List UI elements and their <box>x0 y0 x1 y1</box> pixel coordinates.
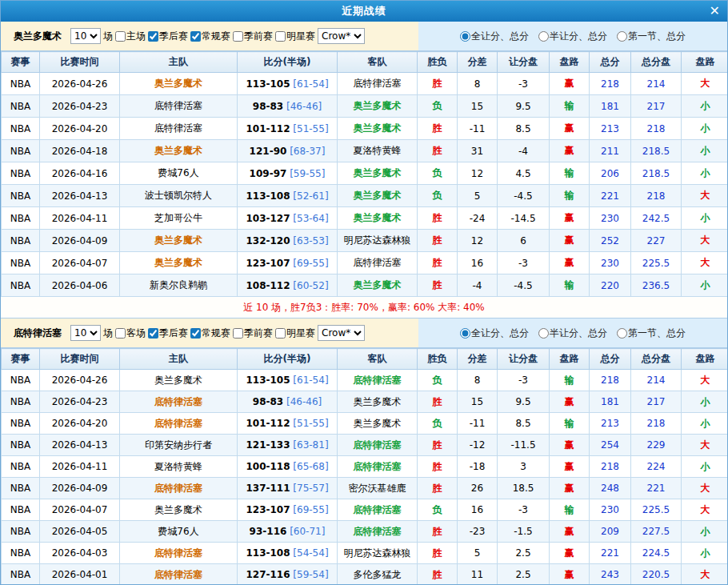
full-time-score: 123-107 <box>246 504 290 515</box>
cell-score: 137-111 [75-57] <box>238 478 338 499</box>
cell-league: NBA <box>2 413 40 435</box>
checkbox-input[interactable] <box>148 31 158 42</box>
cell-total-line: 218.5 <box>631 140 682 162</box>
table-header-row: 赛事比赛时间主队比分(半场)客队胜负分差让分盘盘路总分总分盘盘路 <box>2 349 728 370</box>
full-time-score: 98-83 <box>253 396 283 407</box>
checkbox-input[interactable] <box>115 31 126 42</box>
radio-input[interactable] <box>617 31 627 42</box>
checkbox-input[interactable] <box>275 31 286 42</box>
filter-checkbox[interactable]: 季后赛 <box>148 30 188 43</box>
cell-league: NBA <box>2 230 40 252</box>
cell-point-diff: 12 <box>458 230 498 252</box>
game-row: NBA2026-04-23底特律活塞98-83 [46-46]奥兰多魔术胜159… <box>2 391 728 413</box>
checkbox-input[interactable] <box>115 328 126 339</box>
cell-point-diff: 31 <box>458 140 498 162</box>
period-radio[interactable]: 半让分、总分 <box>538 327 607 340</box>
game-row: NBA2026-04-18奥兰多魔术121-90 [68-37]夏洛特黄蜂胜31… <box>2 140 728 162</box>
checkbox-label: 季后赛 <box>159 327 188 340</box>
full-time-score: 121-90 <box>250 146 287 157</box>
filter-checkbox[interactable]: 常规赛 <box>190 30 230 43</box>
filter-checkbox[interactable]: 客场 <box>115 327 146 340</box>
cell-total-line: 225.5 <box>631 252 682 274</box>
filter-checkbox[interactable]: 季后赛 <box>148 327 188 340</box>
cell-away-team: 奥兰多魔术 <box>338 207 418 230</box>
column-header: 总分 <box>590 349 631 370</box>
cell-handicap-line: -14.5 <box>498 207 550 230</box>
column-header: 总分 <box>590 52 631 73</box>
checkbox-label: 客场 <box>126 327 146 340</box>
games-count-select[interactable]: 10 <box>70 28 101 44</box>
bookmaker-select[interactable]: Crow* <box>318 28 365 44</box>
cell-league: NBA <box>2 564 40 585</box>
close-icon[interactable]: ✕ <box>710 1 720 22</box>
half-time-score: [52-61] <box>290 190 329 202</box>
cell-away-team: 明尼苏达森林狼 <box>338 230 418 252</box>
half-time-score: [69-55] <box>290 258 329 269</box>
radio-input[interactable] <box>460 31 470 42</box>
filter-checkbox[interactable]: 季前赛 <box>233 30 273 43</box>
checkbox-input[interactable] <box>190 31 201 42</box>
column-header: 总分盘 <box>631 349 682 370</box>
cell-date: 2026-04-09 <box>40 478 120 499</box>
column-header: 主队 <box>120 52 238 73</box>
checkbox-input[interactable] <box>233 31 243 42</box>
cell-total-line: 227.5 <box>631 521 682 543</box>
cell-handicap-line: 8.5 <box>498 413 550 435</box>
checkbox-input[interactable] <box>190 328 201 339</box>
filter-checkbox[interactable]: 主场 <box>115 30 146 43</box>
cell-date: 2026-04-23 <box>40 95 120 118</box>
cell-point-diff: 5 <box>458 543 498 564</box>
radio-input[interactable] <box>617 328 627 339</box>
cell-over-under: 大 <box>682 230 728 252</box>
cell-home-team: 芝加哥公牛 <box>120 207 238 230</box>
away-team-name: 奥兰多魔术 <box>354 418 402 429</box>
filter-checkbox[interactable]: 季前赛 <box>233 327 273 340</box>
cell-handicap-result: 赢 <box>550 564 590 585</box>
checkbox-input[interactable] <box>233 328 243 339</box>
cell-home-team: 新奥尔良鹈鹕 <box>120 274 238 297</box>
radio-input[interactable] <box>538 31 549 42</box>
game-row: NBA2026-04-11夏洛特黄蜂100-118 [65-68]底特律活塞胜-… <box>2 456 728 478</box>
column-header: 分差 <box>458 52 498 73</box>
half-time-score: [53-64] <box>290 213 329 224</box>
cell-date: 2026-04-06 <box>40 274 120 297</box>
cell-win-loss: 负 <box>418 413 458 435</box>
half-time-score: [60-52] <box>290 280 329 291</box>
bookmaker-select[interactable]: Crow* <box>318 325 365 341</box>
half-time-score: [65-68] <box>290 461 329 472</box>
cell-total-points: 230 <box>590 499 631 521</box>
cell-point-diff: -24 <box>458 207 498 230</box>
radio-input[interactable] <box>460 328 470 339</box>
radio-input[interactable] <box>538 328 549 339</box>
column-header: 比赛时间 <box>40 349 120 370</box>
cell-date: 2026-04-11 <box>40 207 120 230</box>
column-header: 盘路 <box>682 349 728 370</box>
cell-home-team: 奥兰多魔术 <box>120 370 238 391</box>
period-radio[interactable]: 全让分、总分 <box>460 30 529 43</box>
checkbox-input[interactable] <box>275 328 286 339</box>
cell-score: 101-112 [51-55] <box>238 118 338 140</box>
period-radio[interactable]: 全让分、总分 <box>460 327 529 340</box>
cell-score: 108-112 [60-52] <box>238 274 338 297</box>
cell-league: NBA <box>2 207 40 230</box>
period-radio[interactable]: 半让分、总分 <box>538 30 607 43</box>
column-header: 胜负 <box>418 52 458 73</box>
full-time-score: 108-112 <box>246 280 290 291</box>
filter-checkbox[interactable]: 明星赛 <box>275 30 315 43</box>
column-header: 客队 <box>338 52 418 73</box>
period-radio[interactable]: 第一节、总分 <box>617 327 686 340</box>
cell-total-points: 181 <box>590 391 631 413</box>
full-time-score: 113-105 <box>246 375 290 386</box>
period-radio[interactable]: 第一节、总分 <box>617 30 686 43</box>
checkbox-input[interactable] <box>148 328 158 339</box>
cell-date: 2026-04-13 <box>40 185 120 207</box>
games-count-select[interactable]: 10 <box>70 325 101 341</box>
full-time-score: 98-83 <box>253 101 283 112</box>
filter-checkbox[interactable]: 明星赛 <box>275 327 315 340</box>
cell-away-team: 奥兰多魔术 <box>338 162 418 185</box>
cell-handicap-line: -3 <box>498 499 550 521</box>
full-time-score: 123-107 <box>246 258 290 269</box>
cell-league: NBA <box>2 521 40 543</box>
game-row: NBA2026-04-13波士顿凯尔特人113-108 [52-61]奥兰多魔术… <box>2 185 728 207</box>
filter-checkbox[interactable]: 常规赛 <box>190 327 230 340</box>
